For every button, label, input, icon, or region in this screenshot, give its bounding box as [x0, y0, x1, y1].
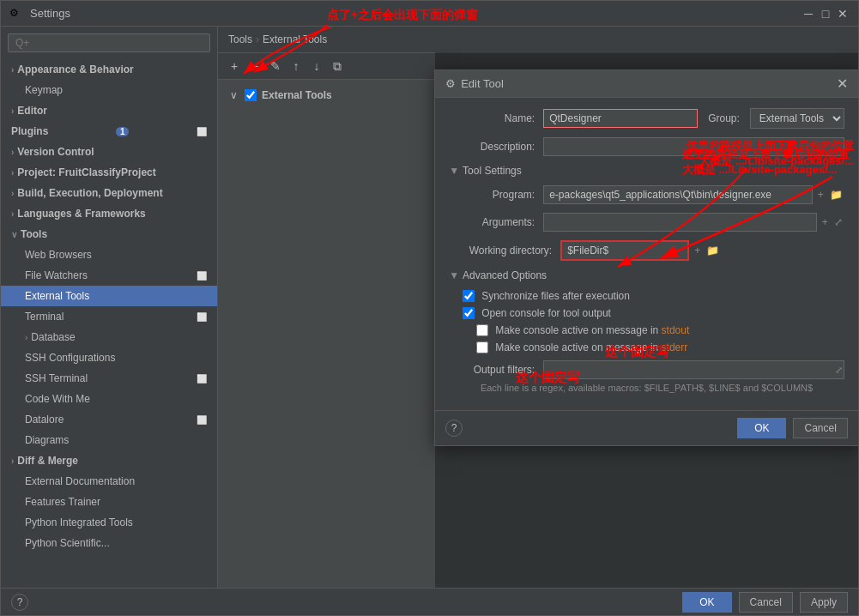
breadcrumb-external-tools[interactable]: External Tools	[263, 33, 327, 45]
open-console-row: Open console for tool output	[449, 307, 844, 319]
name-input[interactable]	[543, 109, 698, 128]
remove-button[interactable]: −	[245, 57, 264, 75]
sidebar-item-tools[interactable]: ∨ Tools	[1, 224, 217, 245]
minimize-button[interactable]: ─	[802, 7, 815, 21]
apply-button[interactable]: Apply	[800, 592, 848, 613]
dialog-help-button[interactable]: ?	[445, 420, 463, 437]
sidebar-item-label: Database	[31, 331, 75, 343]
sidebar-item-python-scientific[interactable]: Python Scientific...	[1, 533, 217, 553]
active-stdout-checkbox[interactable]	[476, 324, 488, 336]
output-filters-expand-button[interactable]: ⤢	[835, 365, 843, 376]
open-console-checkbox[interactable]	[463, 307, 475, 319]
description-input[interactable]	[543, 137, 844, 156]
search-input[interactable]	[8, 33, 210, 52]
sidebar-item-languages[interactable]: › Languages & Frameworks	[1, 203, 217, 224]
group-select[interactable]: External Tools	[750, 108, 844, 129]
sidebar-item-version-control[interactable]: › Version Control	[1, 142, 217, 162]
maximize-button[interactable]: □	[819, 7, 832, 21]
dialog-title-bar: ⚙ Edit Tool ✕	[435, 70, 858, 98]
sidebar-item-code-with-me[interactable]: Code With Me	[1, 389, 217, 409]
copy-button[interactable]: ⧉	[328, 57, 347, 75]
sidebar-item-editor[interactable]: › Editor	[1, 100, 217, 121]
dialog-body: Name: Group: External Tools Descrip	[435, 98, 858, 410]
sidebar-item-features-trainer[interactable]: Features Trainer	[1, 492, 217, 512]
help-button[interactable]: ?	[11, 594, 28, 611]
move-up-button[interactable]: ↑	[287, 57, 305, 75]
active-stdout-label[interactable]: Make console active on message in stdout	[495, 324, 689, 336]
arguments-expand-button[interactable]: ⤢	[832, 216, 844, 228]
dialog-footer: ? OK Cancel	[435, 410, 858, 445]
tool-settings-header[interactable]: ▼ Tool Settings	[449, 165, 844, 177]
active-stderr-checkbox[interactable]	[476, 341, 488, 353]
bottom-action-buttons: OK Cancel Apply	[682, 592, 848, 613]
arguments-input[interactable]	[543, 213, 817, 232]
working-dir-add-button[interactable]: +	[693, 245, 702, 257]
sidebar-item-diff-merge[interactable]: › Diff & Merge	[1, 450, 217, 471]
sidebar-item-appearance[interactable]: › Appearance & Behavior	[1, 59, 217, 80]
sidebar-item-label: Languages & Frameworks	[17, 208, 145, 220]
settings-window: ⚙ Settings ─ □ ✕ › Appearance & Behavior…	[0, 0, 859, 616]
edit-button[interactable]: ✎	[266, 57, 285, 75]
sidebar-item-file-watchers[interactable]: File Watchers ⬜	[1, 265, 217, 286]
search-box	[8, 33, 210, 52]
working-dir-buttons: + 📁	[693, 245, 721, 257]
program-browse-button[interactable]: 📁	[828, 189, 844, 201]
sidebar-item-external-documentation[interactable]: External Documentation	[1, 471, 217, 492]
sidebar-item-terminal[interactable]: Terminal ⬜	[1, 306, 217, 327]
dialog-overlay: ⚙ Edit Tool ✕ Name: Group:	[435, 52, 858, 588]
group-select-wrap: External Tools	[750, 108, 844, 129]
program-input[interactable]	[543, 185, 813, 204]
sidebar-item-label: Build, Execution, Deployment	[17, 187, 162, 199]
working-dir-browse-button[interactable]: 📁	[705, 245, 721, 257]
sidebar-item-web-browsers[interactable]: Web Browsers	[1, 245, 217, 265]
dialog-title-label: Edit Tool	[461, 77, 504, 90]
description-row: Description:	[449, 137, 844, 156]
sidebar-item-python-integrated-tools[interactable]: Python Integrated Tools	[1, 512, 217, 533]
sidebar-item-keymap[interactable]: Keymap	[1, 80, 217, 100]
sidebar-item-plugins[interactable]: Plugins 1 ⬜	[1, 121, 217, 142]
external-tools-checkbox[interactable]	[245, 89, 257, 101]
sidebar-item-project[interactable]: › Project: FruitClassifyProject	[1, 162, 217, 183]
output-filters-label: Output filters:	[449, 364, 543, 376]
sidebar-item-external-tools[interactable]: External Tools	[1, 286, 217, 306]
ok-button[interactable]: OK	[682, 592, 731, 613]
arguments-label: Arguments:	[449, 216, 543, 228]
open-console-label[interactable]: Open console for tool output	[481, 307, 611, 319]
sync-files-checkbox[interactable]	[463, 290, 475, 302]
group-label: Group:	[708, 112, 740, 124]
sidebar-item-diagrams[interactable]: Diagrams	[1, 430, 217, 450]
main-content: › Appearance & Behavior Keymap › Editor …	[1, 27, 858, 588]
sidebar-item-ssh-configurations[interactable]: SSH Configurations	[1, 347, 217, 368]
arrow-icon: ›	[11, 65, 14, 75]
arguments-add-button[interactable]: +	[820, 216, 830, 228]
tool-settings-label: Tool Settings	[463, 165, 522, 177]
sidebar-item-label: Datalore	[25, 414, 64, 426]
dialog-ok-button[interactable]: OK	[737, 418, 786, 438]
sidebar-item-build[interactable]: › Build, Execution, Deployment	[1, 183, 217, 203]
arguments-row: Arguments: + ⤢	[449, 213, 844, 232]
sidebar-item-datalore[interactable]: Datalore ⬜	[1, 409, 217, 430]
program-buttons: + 📁	[816, 189, 844, 201]
dialog-cancel-button[interactable]: Cancel	[793, 418, 847, 438]
close-button[interactable]: ✕	[836, 7, 850, 21]
output-filters-input[interactable]	[543, 360, 844, 379]
move-down-button[interactable]: ↓	[307, 57, 326, 75]
program-add-button[interactable]: +	[816, 189, 826, 201]
sidebar-item-database[interactable]: › Database	[1, 327, 217, 347]
add-button[interactable]: +	[225, 57, 244, 75]
window-controls: ─ □ ✕	[802, 7, 850, 21]
working-dir-input[interactable]	[560, 240, 689, 261]
sidebar-item-label: Code With Me	[25, 393, 90, 405]
active-stderr-label[interactable]: Make console active on message in stderr	[495, 341, 687, 353]
sidebar-item-label: External Tools	[25, 290, 89, 302]
advanced-options-header[interactable]: ▼ Advanced Options	[449, 269, 844, 281]
arrow-icon: ›	[11, 456, 14, 466]
config-icon: ⬜	[197, 127, 207, 136]
arrow-icon: ›	[11, 148, 14, 157]
sidebar-item-ssh-terminal[interactable]: SSH Terminal ⬜	[1, 368, 217, 389]
dialog-close-button[interactable]: ✕	[837, 75, 848, 92]
sync-files-label[interactable]: Synchronize files after execution	[481, 290, 630, 302]
cancel-button[interactable]: Cancel	[739, 592, 793, 613]
breadcrumb-tools[interactable]: Tools	[228, 33, 252, 45]
arrow-icon: ∨	[11, 230, 17, 239]
